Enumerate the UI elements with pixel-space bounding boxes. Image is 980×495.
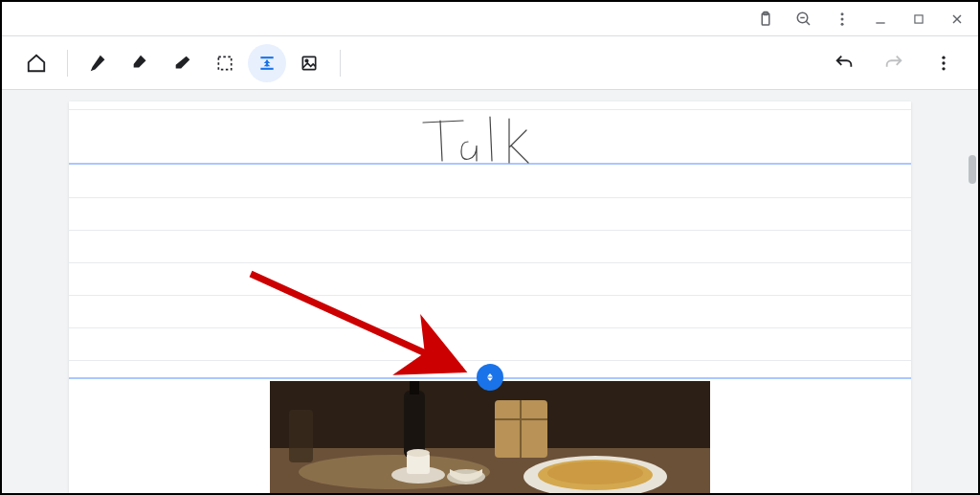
more-options-button[interactable] xyxy=(924,44,963,82)
eraser-tool[interactable] xyxy=(164,44,202,82)
window-titlebar xyxy=(2,2,978,36)
handwritten-text: Talk xyxy=(404,111,576,169)
svg-line-21 xyxy=(251,274,461,370)
scrollbar-thumb[interactable] xyxy=(969,155,976,184)
minimize-icon[interactable] xyxy=(869,8,892,31)
svg-rect-12 xyxy=(218,56,231,69)
canvas-area[interactable]: Talk xyxy=(2,90,978,493)
svg-rect-37 xyxy=(289,410,313,462)
undo-button[interactable] xyxy=(825,44,863,82)
pen-tool[interactable] xyxy=(79,44,118,82)
svg-rect-9 xyxy=(915,14,923,22)
svg-point-17 xyxy=(305,59,308,62)
section-resize-handle[interactable] xyxy=(477,364,503,391)
close-icon[interactable] xyxy=(946,8,969,31)
svg-point-6 xyxy=(841,17,844,20)
marquee-select-tool[interactable] xyxy=(206,44,244,82)
svg-rect-26 xyxy=(410,381,419,394)
highlighter-tool[interactable] xyxy=(122,44,160,82)
svg-rect-16 xyxy=(302,56,315,69)
svg-point-18 xyxy=(942,56,945,58)
toolbar-divider xyxy=(340,50,341,77)
main-toolbar xyxy=(2,36,978,90)
svg-point-5 xyxy=(841,12,844,15)
svg-point-35 xyxy=(407,449,430,457)
svg-point-19 xyxy=(942,61,945,64)
svg-rect-25 xyxy=(404,391,425,458)
expand-section-tool[interactable] xyxy=(248,44,286,82)
clipboard-icon[interactable] xyxy=(754,8,777,31)
note-page[interactable]: Talk xyxy=(69,101,911,493)
svg-line-3 xyxy=(806,21,810,25)
redo-button[interactable] xyxy=(875,44,913,82)
home-button[interactable] xyxy=(17,44,56,82)
svg-point-7 xyxy=(841,22,844,25)
zoom-out-icon[interactable] xyxy=(792,8,815,31)
toolbar-divider xyxy=(67,50,68,77)
insert-image-tool[interactable] xyxy=(290,44,328,82)
svg-point-20 xyxy=(942,67,945,70)
inserted-image[interactable] xyxy=(270,381,710,493)
svg-point-32 xyxy=(547,461,643,484)
more-vert-icon[interactable] xyxy=(831,8,854,31)
maximize-icon[interactable] xyxy=(907,8,930,31)
annotation-arrow xyxy=(241,264,490,389)
